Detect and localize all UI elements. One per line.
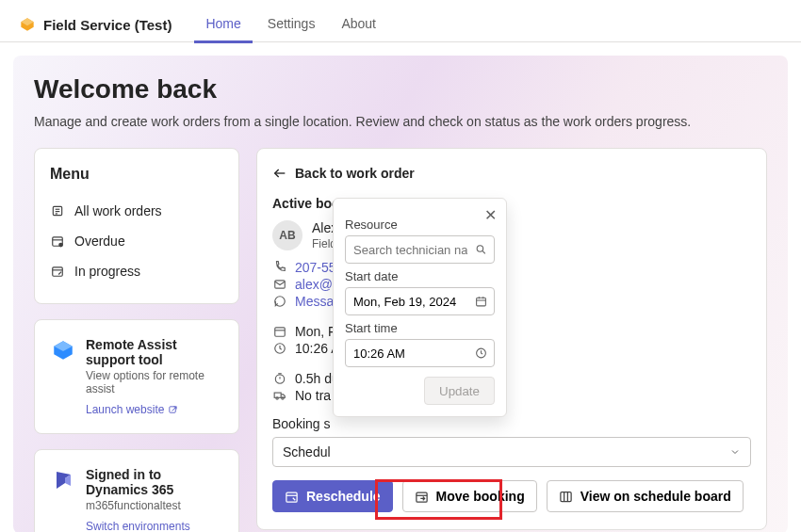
external-link-icon — [168, 405, 178, 415]
launch-website-link[interactable]: Launch website — [86, 403, 178, 416]
tab-about[interactable]: About — [330, 7, 387, 43]
avatar: AB — [272, 220, 302, 250]
svg-point-25 — [282, 397, 284, 399]
app-title: Field Service (Test) — [43, 17, 172, 33]
mail-icon — [272, 278, 287, 291]
view-schedule-board-button[interactable]: View on schedule board — [547, 480, 744, 512]
dynamics-tile: Signed in to Dynamics 365 m365functional… — [34, 449, 239, 532]
move-booking-button[interactable]: Move booking — [402, 480, 537, 512]
chat-icon — [272, 295, 287, 308]
svg-point-8 — [58, 243, 63, 248]
phone-icon — [272, 261, 287, 274]
menu-item-all-work-orders[interactable]: All work orders — [50, 196, 223, 226]
back-label: Back to work order — [295, 166, 415, 181]
date-value: Mon, F — [295, 324, 336, 339]
switch-env-link[interactable]: Switch environments — [86, 520, 190, 532]
header-bar: Field Service (Test) Home Settings About — [0, 0, 801, 42]
menu-card: Menu All work orders Overdue — [34, 148, 239, 304]
page-surface: Welcome back Manage and create work orde… — [13, 56, 788, 532]
resource-input[interactable] — [345, 235, 495, 264]
menu-item-label: Overdue — [74, 234, 125, 249]
back-to-work-order-link[interactable]: Back to work order — [272, 166, 751, 181]
action-button-row: Reschedule Move booking View on schedule… — [272, 480, 751, 512]
menu-item-label: All work orders — [74, 203, 162, 218]
tile-title: Remote Assist support tool — [86, 337, 223, 367]
start-time-input[interactable] — [345, 339, 495, 367]
page-subtitle: Manage and create work orders from a sin… — [34, 114, 767, 129]
dynamics-icon — [50, 467, 76, 493]
phone-link[interactable]: 207-55 — [295, 260, 336, 275]
booking-status-select[interactable]: Schedul — [272, 437, 751, 467]
truck-icon — [272, 389, 287, 402]
calendar-pen-icon — [285, 490, 299, 504]
svg-rect-13 — [170, 406, 175, 411]
duration-icon — [272, 372, 287, 385]
left-column: Menu All work orders Overdue — [34, 148, 239, 532]
start-date-input[interactable] — [345, 287, 495, 315]
travel-value: No tra — [295, 388, 331, 403]
update-button[interactable]: Update — [424, 377, 495, 405]
tile-title: Signed in to Dynamics 365 — [86, 467, 223, 497]
arrow-left-icon — [272, 166, 287, 181]
svg-rect-28 — [416, 492, 426, 502]
chevron-down-icon — [729, 446, 741, 458]
status-value: Schedul — [283, 444, 331, 459]
resource-label: Resource — [345, 218, 495, 232]
svg-rect-17 — [275, 328, 286, 336]
board-icon — [559, 490, 573, 504]
svg-rect-30 — [561, 492, 571, 501]
calendar-icon — [272, 325, 287, 338]
tab-home[interactable]: Home — [194, 7, 252, 43]
reschedule-button[interactable]: Reschedule — [272, 480, 393, 512]
start-time-label: Start time — [345, 321, 495, 335]
menu-title: Menu — [50, 166, 223, 183]
progress-icon — [50, 265, 65, 278]
remote-assist-tile: Remote Assist support tool View options … — [34, 319, 239, 434]
tile-subtitle: View options for remote assist — [86, 369, 223, 395]
tab-settings[interactable]: Settings — [256, 7, 327, 43]
svg-point-24 — [276, 397, 278, 399]
clock-icon — [272, 342, 287, 355]
menu-item-overdue[interactable]: Overdue — [50, 226, 223, 256]
booking-status-label: Booking s — [272, 416, 751, 431]
close-icon[interactable]: ✕ — [484, 208, 497, 223]
menu-item-in-progress[interactable]: In progress — [50, 256, 223, 286]
clock-alert-icon — [50, 234, 65, 248]
message-link[interactable]: Messa — [295, 294, 334, 309]
page-title: Welcome back — [34, 74, 767, 105]
app-logo-icon — [19, 16, 36, 33]
menu-item-label: In progress — [74, 264, 140, 279]
svg-rect-26 — [286, 492, 297, 502]
move-booking-popover: ✕ Resource Start date Start time — [333, 198, 507, 417]
start-date-label: Start date — [345, 269, 495, 283]
hex-icon — [50, 337, 76, 363]
main-card: Back to work order Active booking AB Ale… — [256, 148, 767, 530]
list-icon — [50, 204, 65, 218]
calendar-arrow-icon — [415, 490, 429, 504]
tile-subtitle: m365functionaltest — [86, 499, 223, 512]
